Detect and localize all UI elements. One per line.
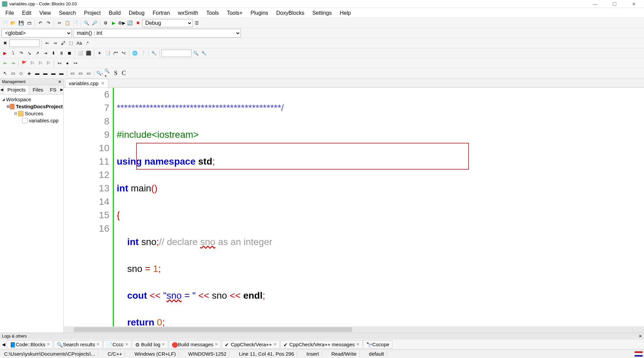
menu-settings[interactable]: Settings: [308, 9, 336, 17]
menu-view[interactable]: View: [35, 9, 55, 17]
save-all-icon[interactable]: 🗃: [25, 19, 33, 27]
next-line-icon[interactable]: ↷: [17, 50, 25, 57]
log-tab-cppcheck[interactable]: ✔CppCheck/Vera++✕: [222, 340, 280, 349]
step-into-icon[interactable]: ↘: [25, 50, 33, 57]
menu-build[interactable]: Build: [105, 9, 125, 17]
tab-close-icon[interactable]: ✕: [162, 342, 165, 347]
build-run-icon[interactable]: ⚙▶: [118, 19, 125, 27]
undo-icon[interactable]: ↶: [37, 19, 44, 27]
debug-info-icon[interactable]: ⬛: [85, 50, 92, 57]
tabs-scroll-right-icon[interactable]: ▶: [60, 87, 63, 92]
quick-search-input[interactable]: [9, 40, 40, 47]
loop2-icon[interactable]: ▬: [42, 70, 49, 77]
log-tab-cppcheckmsg[interactable]: ✔CppCheck/Vera++ messages✕: [280, 340, 363, 349]
search-options-icon[interactable]: 🔧: [200, 50, 208, 57]
debug-start-icon[interactable]: ▶: [1, 50, 9, 57]
function-select[interactable]: main() : int: [73, 29, 241, 38]
block-icon[interactable]: ▬: [58, 70, 65, 77]
tree-project[interactable]: ⊟ TestingDocsProject: [1, 103, 63, 110]
minimize-button[interactable]: —: [588, 1, 602, 7]
menu-debug[interactable]: Debug: [125, 9, 149, 17]
continue-block-icon[interactable]: ▭: [85, 70, 92, 77]
log-tab-cccc[interactable]: 📄Cccc✕: [103, 340, 131, 349]
target-list-icon[interactable]: ☰: [193, 19, 201, 27]
next-icon[interactable]: ⇒: [51, 40, 59, 47]
run-cursor-icon[interactable]: ⤵: [9, 50, 17, 57]
menu-wxsmith[interactable]: wxSmith: [174, 9, 202, 17]
tab-fs[interactable]: FS: [47, 85, 60, 94]
s-icon[interactable]: S: [112, 70, 119, 77]
tree-file[interactable]: variables.cpp: [1, 117, 63, 124]
file-tab-variables[interactable]: variables.cpp ✕: [65, 79, 108, 87]
bookmark-prev-icon[interactable]: ⚐: [29, 60, 36, 67]
decision-icon[interactable]: ◇: [17, 70, 25, 77]
step-out-icon[interactable]: ↗: [34, 50, 41, 57]
tab-files[interactable]: Files: [29, 85, 47, 94]
instruction-icon[interactable]: ▭: [9, 70, 17, 77]
logs-scroll-left-icon[interactable]: ◀: [1, 342, 6, 347]
rebuild-icon[interactable]: 🔄: [126, 19, 133, 27]
highlight-icon[interactable]: 🖍: [59, 40, 67, 47]
decision2-icon[interactable]: ◈: [25, 70, 33, 77]
log-tab-cscope[interactable]: 🔭Cscope: [363, 340, 392, 349]
break-block-icon[interactable]: ▭: [69, 70, 76, 77]
new-file-icon[interactable]: 📄: [1, 19, 9, 27]
logs-close-icon[interactable]: ✕: [639, 334, 642, 339]
maximize-button[interactable]: ☐: [608, 1, 621, 7]
menu-plugins[interactable]: Plugins: [247, 9, 272, 17]
tab-close-icon[interactable]: ✕: [356, 342, 360, 347]
next-instr-icon[interactable]: ⇥: [42, 50, 49, 57]
paste-icon[interactable]: 📄: [72, 19, 79, 27]
loop-icon[interactable]: ▬: [34, 70, 41, 77]
find-icon[interactable]: 🔍: [83, 19, 90, 27]
menu-toolsplus[interactable]: Tools+: [223, 9, 247, 17]
menu-search[interactable]: Search: [55, 9, 80, 17]
tree-workspace[interactable]: ◢ Workspace: [1, 96, 63, 103]
nav-back-icon[interactable]: ⇐: [1, 60, 9, 67]
stop-icon[interactable]: ⏹: [66, 50, 73, 57]
doxy-comment-icon[interactable]: /**: [112, 50, 119, 57]
c-icon[interactable]: C: [120, 70, 127, 77]
menu-help[interactable]: Help: [336, 9, 355, 17]
html-help-icon[interactable]: 🌐: [131, 50, 139, 57]
build-icon[interactable]: ⚙: [102, 19, 109, 27]
doxy-line-icon[interactable]: *<: [120, 50, 127, 57]
management-close-icon[interactable]: ✕: [58, 79, 61, 84]
doxy-extract-icon[interactable]: 📑: [104, 50, 111, 57]
tabs-scroll-left-icon[interactable]: ◀: [0, 87, 4, 92]
build-target-select[interactable]: Debug: [142, 19, 193, 27]
return-block-icon[interactable]: ▭: [77, 70, 84, 77]
break-icon[interactable]: ⏸: [58, 50, 65, 57]
horizontal-scrollbar[interactable]: [64, 326, 644, 333]
case-icon[interactable]: Aa: [75, 40, 83, 47]
log-tab-codeblocks[interactable]: 📘Code::Blocks✕: [7, 340, 53, 349]
cut-icon[interactable]: ✂: [56, 19, 63, 27]
step-instr-icon[interactable]: ⬇: [50, 50, 57, 57]
menu-edit[interactable]: Edit: [18, 9, 36, 17]
redo-icon[interactable]: ↷: [45, 19, 52, 27]
scope-select[interactable]: <global>: [1, 29, 72, 38]
collapse-icon[interactable]: ⊟: [7, 104, 10, 109]
code-text[interactable]: ****************************************…: [114, 88, 644, 326]
jump-back-icon[interactable]: ↤: [56, 60, 63, 67]
tree-sources[interactable]: ⊟ Sources: [1, 110, 63, 117]
tab-close-icon[interactable]: ✕: [47, 342, 50, 347]
scrollbar-thumb[interactable]: [74, 327, 352, 332]
language-flag-icon[interactable]: [635, 351, 643, 357]
whole-word-icon[interactable]: ⬚: [67, 40, 75, 47]
nav-forward-icon[interactable]: ⇒: [9, 60, 17, 67]
copy-icon[interactable]: 📋: [64, 19, 71, 27]
run-icon[interactable]: ▶: [110, 19, 117, 27]
abort-icon[interactable]: ✖: [134, 19, 142, 27]
loop3-icon[interactable]: ▬: [50, 70, 57, 77]
open-icon[interactable]: 📂: [9, 19, 17, 27]
bookmark-next-icon[interactable]: ⚐: [37, 60, 44, 67]
bookmark-clear-icon[interactable]: ⚐: [45, 60, 52, 67]
tab-projects[interactable]: Projects: [4, 85, 29, 94]
select-icon[interactable]: ↖: [1, 70, 9, 77]
menu-project[interactable]: Project: [80, 9, 105, 17]
tab-close-icon[interactable]: ✕: [125, 342, 128, 347]
settings-icon[interactable]: 🔧: [150, 50, 158, 57]
close-button[interactable]: ✕: [627, 1, 641, 7]
prev-icon[interactable]: ⇐: [43, 40, 51, 47]
